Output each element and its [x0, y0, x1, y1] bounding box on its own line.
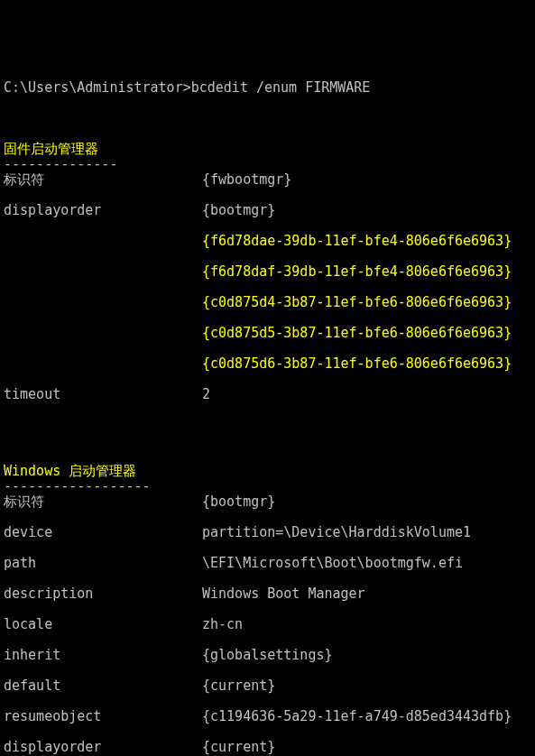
spacer: [4, 356, 202, 372]
guid-value: {c0d875d5-3b87-11ef-bfe6-806e6f6e6963}: [202, 326, 512, 341]
field-label: resumeobject: [4, 709, 202, 724]
field-value: {fwbootmgr}: [202, 172, 291, 188]
spacer: [4, 295, 202, 310]
field-value: partition=\Device\HarddiskVolume1: [202, 525, 471, 540]
divider: --------------: [4, 156, 117, 172]
field-label: locale: [4, 617, 202, 632]
field-value: {bootmgr}: [202, 494, 275, 510]
field-label: 标识符: [4, 172, 202, 188]
field-value: {current}: [202, 678, 275, 694]
command-prompt: C:\Users\Administrator>bcdedit /enum FIR…: [4, 79, 370, 96]
field-value: zh-cn: [202, 617, 243, 632]
field-value: Windows Boot Manager: [202, 586, 365, 602]
field-label: displayorder: [4, 740, 202, 755]
field-label: device: [4, 525, 202, 540]
terminal-output: C:\Users\Administrator>bcdedit /enum FIR…: [4, 65, 531, 756]
spacer: [4, 264, 202, 280]
field-value: {globalsettings}: [202, 648, 333, 663]
field-value: {c1194636-5a29-11ef-a749-d85ed3443dfb}: [202, 709, 512, 724]
field-value: {bootmgr}: [202, 203, 275, 218]
field-label: inherit: [4, 648, 202, 663]
field-label: timeout: [4, 387, 202, 402]
field-label: 标识符: [4, 494, 202, 510]
section-title-winbootmgr: Windows 启动管理器: [4, 463, 136, 479]
guid-value: {f6d78daf-39db-11ef-bfe4-806e6f6e6963}: [202, 264, 512, 280]
guid-value: {c0d875d4-3b87-11ef-bfe6-806e6f6e6963}: [202, 295, 512, 310]
spacer: [4, 326, 202, 341]
field-label: default: [4, 678, 202, 694]
guid-value: {c0d875d6-3b87-11ef-bfe6-806e6f6e6963}: [202, 356, 512, 372]
field-label: displayorder: [4, 203, 202, 218]
field-value: {current}: [202, 740, 275, 755]
divider: ------------------: [4, 478, 151, 494]
section-title-fwbootmgr: 固件启动管理器: [4, 141, 98, 157]
field-value: \EFI\Microsoft\Boot\bootmgfw.efi: [202, 556, 463, 571]
spacer: [4, 234, 202, 249]
field-label: path: [4, 556, 202, 571]
guid-value: {f6d78dae-39db-11ef-bfe4-806e6f6e6963}: [202, 234, 512, 249]
field-value: 2: [202, 387, 210, 402]
field-label: description: [4, 586, 202, 602]
